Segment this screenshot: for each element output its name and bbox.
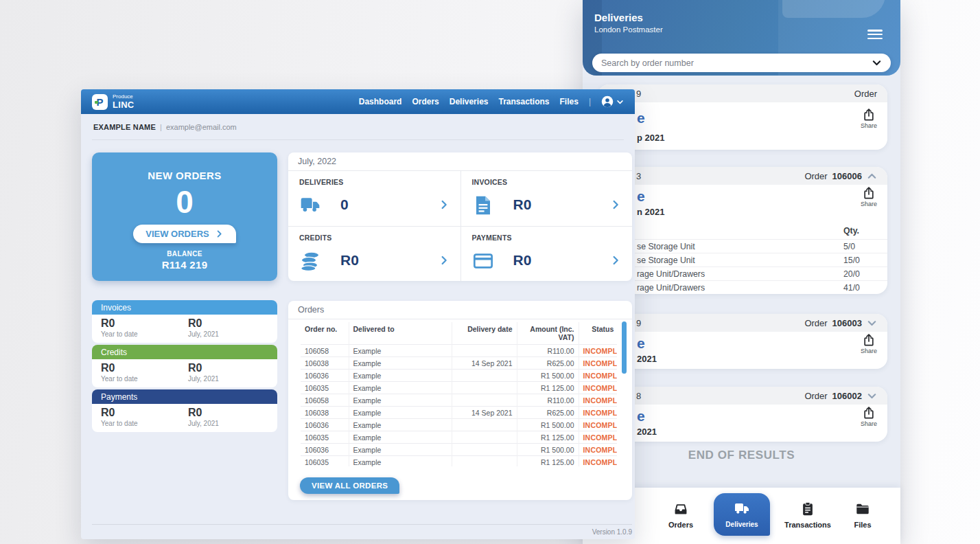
customer-link-fragment[interactable]: e	[637, 408, 645, 424]
order-number-label: Order106002	[804, 391, 877, 401]
summary-value-group: R0July, 2021	[188, 363, 219, 383]
summary-value-group: R0Year to date	[101, 363, 138, 383]
chevron-right-icon[interactable]	[610, 199, 621, 210]
chevron-down-icon[interactable]	[872, 58, 882, 68]
bottom-nav-label: Files	[854, 521, 871, 529]
orders-table-card: Orders Order no.Delivered toDelivery dat…	[288, 301, 632, 500]
table-row[interactable]: 106035ExampleR1 125.00INCOMPLETE	[301, 456, 617, 467]
summary-caption: Year to date	[101, 420, 138, 427]
order-card-header[interactable]: 3Order106006	[598, 167, 887, 185]
orders-cell: 106036	[301, 419, 349, 431]
delivery-date-fragment: 2021	[598, 427, 887, 441]
chevron-right-icon[interactable]	[439, 199, 450, 210]
new-orders-count: 0	[92, 185, 277, 218]
orders-cell	[452, 394, 517, 407]
summary-card-header: Payments	[92, 389, 277, 404]
order-card-header[interactable]: 8Order106002	[598, 387, 887, 405]
hamburger-menu-icon[interactable]	[867, 30, 883, 41]
order-item-row: se Storage Unit15/0	[598, 253, 887, 267]
nav-item-deliveries[interactable]: Deliveries	[450, 97, 489, 106]
bottom-nav-label: Transactions	[784, 521, 831, 529]
order-search-bar[interactable]	[592, 54, 891, 72]
order-card-header[interactable]: 9Order	[598, 84, 887, 102]
bottom-nav-item-files[interactable]: Files	[832, 501, 894, 529]
orders-cell: Example	[349, 394, 452, 407]
summary-value: R0	[101, 318, 138, 329]
table-row[interactable]: 106058ExampleR110.00INCOMPLETE	[301, 345, 617, 357]
table-row[interactable]: 106036ExampleR1 500.00INCOMPLETE	[301, 444, 617, 456]
bottom-nav-item-deliveries[interactable]: Deliveries	[714, 493, 770, 536]
tile-value-row[interactable]: R0	[472, 194, 622, 215]
summary-value: R0	[188, 318, 219, 329]
summary-card-credits: CreditsR0Year to dateR0July, 2021	[92, 345, 277, 387]
nav-item-files[interactable]: Files	[560, 97, 579, 106]
tile-value-row[interactable]: R0	[299, 250, 450, 271]
share-button[interactable]: Share	[861, 108, 877, 129]
order-number-label: Order	[854, 89, 877, 99]
orders-cell: Example	[349, 370, 452, 382]
summary-caption: July, 2021	[188, 375, 219, 383]
item-name-fragment: rage Unit/Drawers	[637, 283, 843, 293]
view-all-orders-button[interactable]: VIEW ALL ORDERS	[300, 477, 399, 494]
nav-item-dashboard[interactable]: Dashboard	[359, 97, 402, 106]
tile-label: PAYMENTS	[472, 234, 622, 242]
orders-cell: R110.00	[517, 394, 579, 407]
nav-item-transactions[interactable]: Transactions	[498, 97, 549, 106]
order-word: Order	[854, 89, 877, 99]
orders-cell: Example	[349, 382, 452, 394]
produce-linc-logo[interactable]: P Produce LINC	[92, 94, 135, 110]
bottom-nav-item-orders[interactable]: Orders	[650, 501, 712, 529]
invoice-icon	[472, 194, 494, 215]
summary-value: R0	[101, 363, 138, 374]
orders-cell	[452, 382, 517, 394]
user-info-bar: EXAMPLE NAME|example@email.com	[92, 114, 624, 140]
chevron-up-icon	[867, 171, 877, 181]
bottom-nav-item-transactions[interactable]: Transactions	[777, 501, 839, 529]
user-menu[interactable]	[601, 95, 624, 108]
view-orders-button[interactable]: VIEW ORDERS	[133, 225, 235, 243]
orders-cell: Example	[349, 444, 452, 456]
version-footer: Version 1.0.9	[92, 524, 632, 536]
balance-label: BALANCE	[92, 250, 277, 258]
table-row[interactable]: 106036ExampleR1 500.00INCOMPLETE	[301, 370, 617, 382]
orders-card-title: Orders	[288, 301, 632, 319]
table-row[interactable]: 106036ExampleR1 500.00INCOMPLETE	[301, 419, 617, 431]
logo-line2: LINC	[113, 100, 135, 109]
chevron-right-icon[interactable]	[439, 255, 450, 266]
orders-cell: 106036	[301, 444, 349, 456]
share-button[interactable]: Share	[861, 333, 877, 354]
orders-cell	[452, 419, 517, 431]
chevron-down-icon	[616, 98, 624, 106]
table-row[interactable]: 106038Example14 Sep 2021R625.00INCOMPLET…	[301, 407, 617, 419]
summary-value-group: R0July, 2021	[188, 407, 219, 427]
share-button[interactable]: Share	[861, 406, 877, 427]
customer-link-fragment[interactable]: e	[637, 188, 645, 205]
share-label: Share	[861, 201, 877, 207]
share-icon	[862, 108, 876, 122]
status-badge: INCOMPLETE	[579, 382, 617, 394]
item-name-fragment: rage Unit/Drawers	[637, 269, 843, 279]
orders-cell: Example	[349, 407, 452, 419]
table-row[interactable]: 106058ExampleR110.00INCOMPLETE	[301, 394, 617, 407]
orders-cell: R1 500.00	[517, 444, 579, 456]
desktop-dashboard-panel: P Produce LINC DashboardOrdersDeliveries…	[81, 89, 635, 539]
new-orders-title: NEW ORDERS	[92, 170, 277, 181]
item-qty: 20/0	[843, 269, 876, 279]
tile-value-row[interactable]: 0	[299, 194, 450, 215]
coins-icon	[299, 250, 321, 271]
order-item-row: rage Unit/Drawers20/0	[598, 267, 887, 280]
share-button[interactable]: Share	[861, 186, 877, 207]
nav-item-orders[interactable]: Orders	[412, 97, 439, 106]
order-card-header[interactable]: 9Order106003	[598, 314, 887, 332]
chevron-right-icon[interactable]	[610, 255, 621, 266]
customer-link-fragment[interactable]: e	[637, 335, 645, 352]
orders-cell: 106035	[301, 382, 349, 394]
customer-link-fragment[interactable]: e	[637, 110, 645, 126]
search-input[interactable]	[601, 58, 872, 68]
table-row[interactable]: 106035ExampleR1 125.00INCOMPLETE	[301, 382, 617, 394]
table-row[interactable]: 106035ExampleR1 125.00INCOMPLETE	[301, 431, 617, 444]
table-scrollbar-thumb[interactable]	[622, 321, 627, 374]
tile-value-row[interactable]: R0	[472, 250, 622, 271]
table-row[interactable]: 106038Example14 Sep 2021R625.00INCOMPLET…	[301, 357, 617, 370]
orders-cell: 14 Sep 2021	[452, 407, 517, 419]
